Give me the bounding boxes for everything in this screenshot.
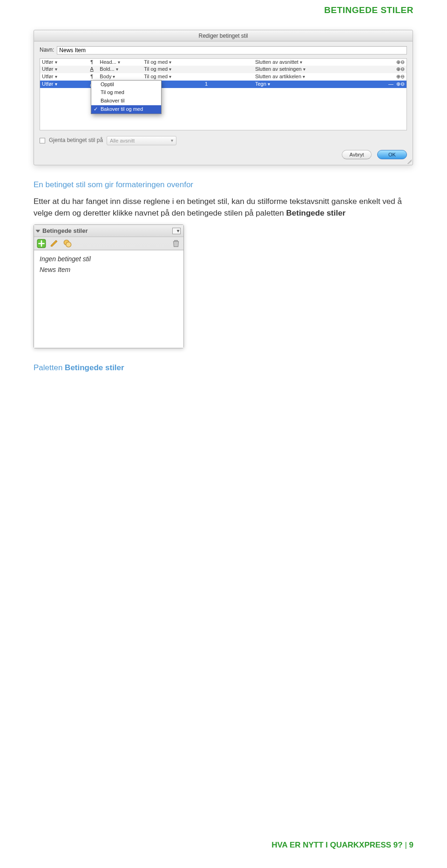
palette-title: Betingede stiler	[42, 227, 88, 236]
ok-button[interactable]: OK	[377, 150, 407, 159]
edit-style-button[interactable]	[50, 239, 59, 248]
disclosure-triangle-icon[interactable]	[35, 230, 40, 233]
name-input[interactable]	[57, 46, 407, 54]
cancel-button[interactable]: Avbryt	[342, 150, 372, 159]
repeat-label: Gjenta betinget stil på	[49, 136, 103, 144]
conditional-styles-palette: Betingede stiler Ingen betinget stil New…	[34, 224, 184, 348]
dropdown-item-selected[interactable]: Bakover til og med	[91, 105, 161, 114]
remove-row-icon[interactable]: ⊖	[400, 59, 405, 65]
remove-row-icon[interactable]: ⊖	[400, 66, 405, 72]
figure-caption: Paletten Betingede stiler	[34, 362, 413, 374]
dropdown-item[interactable]: Til og med	[91, 88, 161, 97]
add-row-icon[interactable]: ⊕	[396, 59, 400, 65]
paragraph-icon	[90, 74, 93, 79]
rules-table-container: Utfør ▾ Head... ▾ Til og med ▾ Slutten a…	[40, 58, 407, 130]
rule-row[interactable]: Utfør ▾ Head... ▾ Til og med ▾ Slutten a…	[40, 59, 406, 66]
add-style-button[interactable]	[37, 239, 46, 248]
delete-style-button[interactable]	[171, 239, 181, 248]
remove-row-icon[interactable]: ⊖	[400, 81, 405, 87]
name-label: Navn:	[40, 46, 54, 54]
palette-menu-icon[interactable]	[172, 228, 181, 234]
section-header: BETINGEDE STILER	[34, 0, 413, 30]
dropdown-item[interactable]: Bakover til	[91, 97, 161, 105]
rule-row[interactable]: Utfør ▾ Bold... ▾ Til og med ▾ Slutten a…	[40, 66, 406, 73]
dialog-title: Rediger betinget stil	[34, 30, 413, 41]
dropdown-item[interactable]: Opptil	[91, 81, 161, 89]
palette-titlebar[interactable]: Betingede stiler	[34, 225, 183, 237]
list-item[interactable]: News Item	[40, 265, 178, 274]
remove-row-icon[interactable]: ⊖	[400, 74, 405, 79]
page-footer: HVA ER NYTT I QUARKXPRESS 9? | 9	[271, 840, 413, 851]
body-paragraph: Etter at du har fanget inn disse reglene…	[34, 196, 413, 219]
add-row-icon[interactable]: ⊕	[396, 74, 400, 79]
list-item[interactable]: Ingen betinget stil	[40, 254, 178, 264]
edit-conditional-style-dialog: Rediger betinget stil Navn: Utfør ▾ Head…	[34, 30, 413, 165]
resize-grip-icon[interactable]	[406, 158, 412, 164]
duplicate-style-button[interactable]	[63, 239, 72, 248]
add-row-icon[interactable]: ⊕	[396, 81, 400, 87]
figure-caption: En betinget stil som gir formateringen o…	[34, 179, 413, 191]
svg-point-2	[66, 242, 71, 247]
range-dropdown[interactable]: Opptil Til og med Bakover til Bakover ti…	[91, 80, 162, 115]
add-row-icon[interactable]: ⊕	[396, 66, 400, 72]
character-icon	[90, 66, 94, 72]
palette-list[interactable]: Ingen betinget stil News Item	[34, 250, 183, 348]
paragraph-icon	[90, 59, 93, 65]
repeat-scope-select[interactable]: Alle avsnitt	[107, 136, 176, 145]
repeat-checkbox[interactable]	[40, 138, 45, 143]
